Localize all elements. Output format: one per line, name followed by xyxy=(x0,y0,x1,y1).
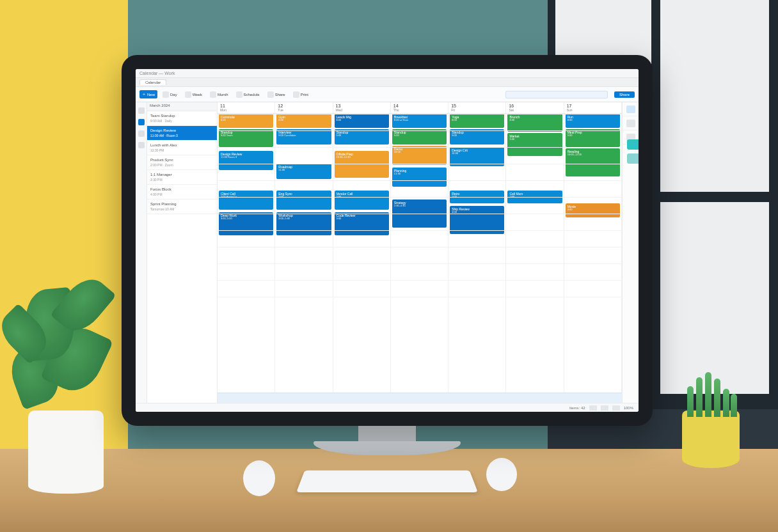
view-normal-icon[interactable] xyxy=(589,405,597,411)
calendar-event[interactable]: Roadmap11:30 xyxy=(276,164,331,179)
event-time: 3:00 xyxy=(337,217,387,221)
day-column[interactable]: Run8:00Meal Prep9:00Reading10:00–12:00Mo… xyxy=(564,114,622,393)
day-column[interactable]: Commute8:00Standup9:00 TeamDesign Review… xyxy=(218,114,275,393)
people-icon[interactable] xyxy=(138,130,145,137)
calendar-event[interactable]: Deep Work3:00–5:00 xyxy=(219,212,273,235)
ribbon-schedule-button[interactable]: Schedule xyxy=(234,90,262,99)
agenda-item[interactable]: 1:1 Manager3:30 PM xyxy=(147,170,217,185)
hour-line xyxy=(218,214,622,214)
day-column[interactable]: Yoga8:00Standup9:00Design Crit10:00Retro… xyxy=(449,114,506,393)
agenda-item[interactable]: Team Standup9:00 AM · Daily xyxy=(147,111,217,126)
day-number: 12 xyxy=(278,104,329,108)
calendar-event[interactable]: Workshop3:00–5:00 xyxy=(276,212,331,235)
ribbon-week-button[interactable]: Week xyxy=(182,90,205,99)
panel-tab-icon[interactable] xyxy=(626,120,635,127)
calendar-event[interactable]: Leads Mtg8:00 xyxy=(335,114,389,128)
app-window: Calendar — Work Calendar ＋ New Day Week … xyxy=(136,69,639,412)
day-view-icon xyxy=(163,91,169,98)
ribbon-item-label: Day xyxy=(170,93,177,97)
ribbon-month-button[interactable]: Month xyxy=(207,90,231,99)
day-header[interactable]: 14Thu xyxy=(391,102,449,113)
event-time: 11:30 xyxy=(394,173,445,176)
window-titlebar[interactable]: Calendar — Work xyxy=(136,69,639,78)
day-header[interactable]: 12Tue xyxy=(275,102,333,113)
agenda-item-title: Focus Block xyxy=(150,187,214,191)
calendar-event[interactable]: Yoga8:00 xyxy=(450,114,504,128)
calendar-event[interactable]: Eng Sync2:00 xyxy=(276,191,331,210)
calendar-event[interactable]: Movie3:00 xyxy=(566,203,620,217)
status-bar: Items: 42 100% xyxy=(136,403,639,412)
mail-icon[interactable] xyxy=(138,107,145,114)
calendar-event[interactable]: Standup9:00 xyxy=(392,129,447,145)
sidebar-header: March 2024 xyxy=(147,102,217,111)
view-compact-icon[interactable] xyxy=(612,405,620,411)
calendar-event[interactable]: Meal Prep9:00 xyxy=(566,129,620,147)
agenda-item-title: Lunch with Alex xyxy=(150,143,214,147)
calendar-event[interactable]: Offsite Prep10:30–12:30 xyxy=(335,151,389,178)
calendar-event[interactable]: Vendor Call2:00 xyxy=(335,191,389,210)
event-time: 2:30–4:30 xyxy=(394,205,445,208)
ribbon-print-button[interactable]: Print xyxy=(290,90,311,99)
tasks-icon[interactable] xyxy=(138,142,145,148)
day-header[interactable]: 17Sun xyxy=(564,102,622,113)
calendar-event[interactable]: Demo10:00 xyxy=(392,146,447,165)
tab-calendar[interactable]: Calendar xyxy=(139,79,166,85)
calendar-event[interactable]: Design Review11:00 Room 3 xyxy=(219,151,273,170)
side-tab-teal-light[interactable] xyxy=(627,153,639,164)
day-header[interactable]: 11Mon xyxy=(218,102,275,113)
calendar-event[interactable]: Reading10:00–12:00 xyxy=(566,148,620,176)
day-header[interactable]: 15Fri xyxy=(449,102,506,113)
calendar-event[interactable]: Run8:00 xyxy=(566,114,620,128)
day-name: Sun xyxy=(567,108,619,112)
panel-tab-icon[interactable] xyxy=(626,106,635,113)
view-reading-icon[interactable] xyxy=(601,405,608,411)
agenda-item[interactable]: Design Review11:00 AM · Room 3 xyxy=(147,126,217,141)
small-plant-leaves xyxy=(683,372,738,417)
agenda-item[interactable]: Sprint PlanningTomorrow 10 AM xyxy=(147,199,217,214)
agenda-item[interactable]: Lunch with Alex12:30 PM xyxy=(147,141,217,155)
ribbon-share-button[interactable]: Share xyxy=(265,90,288,99)
day-column[interactable]: Gym8:00Interview9:00 CandidateRoadmap11:… xyxy=(275,114,333,393)
new-event-button[interactable]: ＋ New xyxy=(139,90,157,98)
agenda-item-title: Sprint Planning xyxy=(150,202,214,206)
calendar-event[interactable]: Market9:30 xyxy=(507,133,562,156)
calendar-event[interactable]: Planning11:30 xyxy=(392,168,447,187)
event-time: 9:00 xyxy=(394,134,445,137)
day-header[interactable]: 13Wed xyxy=(333,102,391,113)
calendar-icon[interactable] xyxy=(138,119,145,125)
workspace: March 2024 Team Standup9:00 AM · DailyDe… xyxy=(136,102,639,403)
calendar-event[interactable]: Breakfast8:00 w/ Sam xyxy=(392,114,447,128)
calendar-event[interactable]: Standup9:00 xyxy=(450,129,504,145)
search-input[interactable] xyxy=(505,91,608,98)
event-time: 10:00–12:00 xyxy=(568,153,618,157)
calendar-event[interactable]: Code Review3:00 xyxy=(335,212,389,235)
calendar-event[interactable]: Standup9:00 xyxy=(335,129,389,145)
day-header[interactable]: 16Sat xyxy=(506,102,564,113)
zoom-level[interactable]: 100% xyxy=(624,406,633,410)
event-time: 8:00 w/ Sam xyxy=(394,119,445,122)
calendar-event[interactable]: Brunch8:30 xyxy=(507,114,562,132)
calendar-event[interactable]: Standup9:00 Team xyxy=(219,129,273,147)
right-rail xyxy=(622,102,639,403)
share-action-button[interactable]: Share xyxy=(614,91,635,98)
event-time: 11:00 Room 3 xyxy=(221,156,271,159)
ribbon-day-button[interactable]: Day xyxy=(160,90,180,99)
calendar-event[interactable]: Interview9:00 Candidate xyxy=(276,129,331,145)
day-number: 13 xyxy=(336,104,388,108)
calendar-event[interactable]: Client Call2:00 Acme Co xyxy=(219,191,273,210)
hour-line xyxy=(218,114,622,114)
event-time: 9:00 Candidate xyxy=(278,134,329,137)
day-column[interactable]: Leads Mtg8:00Standup9:00Offsite Prep10:3… xyxy=(333,114,391,393)
agenda-item[interactable]: Focus Block4:00 PM xyxy=(147,185,217,199)
horizontal-scrollbar[interactable] xyxy=(218,393,622,403)
day-column[interactable]: Breakfast8:00 w/ SamStandup9:00Demo10:00… xyxy=(391,114,449,393)
new-event-label: New xyxy=(147,93,155,97)
hour-line xyxy=(218,230,622,231)
calendar-event[interactable]: Commute8:00 xyxy=(219,114,273,128)
agenda-item[interactable]: Product Sync2:00 PM · Zoom xyxy=(147,155,217,170)
calendar-grid[interactable]: Commute8:00Standup9:00 TeamDesign Review… xyxy=(218,114,622,393)
day-column[interactable]: Brunch8:30Market9:30Call Mom2:00 xyxy=(506,114,564,393)
side-tab-teal[interactable] xyxy=(627,139,639,150)
agenda-item-title: Design Review xyxy=(150,129,214,132)
calendar-event[interactable]: Gym8:00 xyxy=(276,114,331,128)
